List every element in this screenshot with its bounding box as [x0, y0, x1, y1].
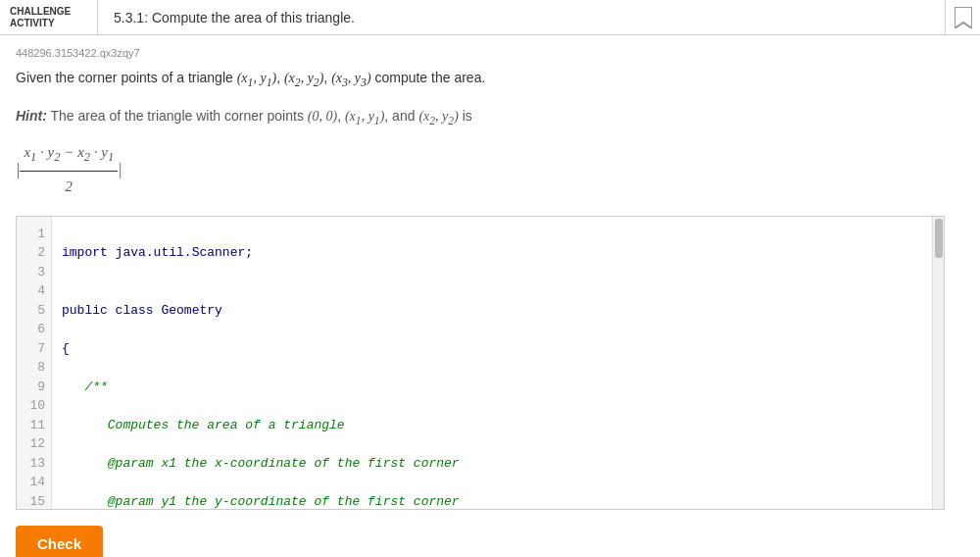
code-editor[interactable]: 1 2 3 4 5 6 7 8 9 10 11 12 13 14 15 16 1…: [17, 217, 944, 510]
problem-statement: Given the corner points of a triangle (x…: [16, 67, 945, 92]
hint-coords-2: (x1, y1): [345, 109, 384, 124]
line-numbers: 1 2 3 4 5 6 7 8 9 10 11 12 13 14 15 16 1…: [17, 217, 52, 510]
comma-2: ,: [323, 70, 331, 85]
fraction: x1 · y2 − x2 · y1 2: [20, 139, 118, 200]
code-line-4: {: [62, 339, 934, 359]
line-num-7: 7: [23, 339, 45, 359]
header: CHALLENGE ACTIVITY 5.3.1: Compute the ar…: [0, 0, 980, 35]
comma-1: ,: [276, 70, 284, 85]
line-num-9: 9: [23, 378, 45, 397]
scrollbar-track[interactable]: [932, 217, 944, 509]
line-num-1: 1: [23, 225, 45, 244]
code-container: 1 2 3 4 5 6 7 8 9 10 11 12 13 14 15 16 1…: [16, 216, 945, 510]
bookmark-button[interactable]: [945, 0, 980, 34]
hint-comma-1: ,: [337, 108, 345, 124]
hint-comma-2: , and: [384, 108, 418, 124]
math-coords-2: (x2, y2): [284, 71, 323, 85]
hint-label: Hint:: [16, 108, 47, 124]
hint-is: is: [463, 108, 472, 124]
hint-section: Hint: The area of the triangle with corn…: [16, 104, 945, 203]
bookmark-icon: [955, 7, 972, 28]
code-line-3: public class Geometry: [62, 301, 934, 321]
code-content[interactable]: import java.util.Scanner; public class G…: [52, 217, 944, 510]
fraction-denominator: 2: [62, 172, 77, 200]
line-num-15: 15: [23, 492, 45, 510]
statement-text-end: compute the area.: [374, 70, 485, 85]
line-num-8: 8: [23, 358, 45, 378]
hint-coords-3: (x2, y2): [418, 109, 458, 124]
formula-abs-close: |: [118, 156, 122, 184]
line-num-12: 12: [23, 434, 45, 454]
line-num-13: 13: [23, 454, 45, 474]
math-coords-3: (x3, y3): [331, 71, 370, 85]
svg-marker-0: [955, 7, 972, 28]
code-line-5: /**: [62, 378, 934, 397]
challenge-activity-label: CHALLENGE ACTIVITY: [0, 0, 98, 34]
statement-text: Given the corner points of a triangle: [16, 70, 237, 85]
code-line-6: Computes the area of a triangle: [62, 416, 934, 435]
formula: | x1 · y2 − x2 · y1 2 |: [16, 135, 122, 204]
code-line-7: @param x1 the x-coordinate of the first …: [62, 454, 934, 474]
line-num-14: 14: [23, 473, 45, 492]
challenge-label-line1: CHALLENGE: [10, 6, 71, 18]
code-line-8: @param y1 the y-coordinate of the first …: [62, 492, 934, 510]
line-num-11: 11: [23, 416, 45, 435]
main-content: 448296.3153422.qx3zqy7 Given the corner …: [0, 35, 960, 557]
math-coords-1: (x1, y1): [237, 71, 276, 85]
line-num-2: 2: [23, 243, 45, 263]
hint-coords-1: (0, 0): [308, 109, 337, 124]
line-num-6: 6: [23, 320, 45, 339]
challenge-label-line2: ACTIVITY: [10, 18, 71, 29]
hint-text: The area of the triangle with corner poi…: [51, 108, 308, 124]
line-num-10: 10: [23, 396, 45, 416]
code-line-1: import java.util.Scanner;: [62, 243, 934, 263]
line-num-4: 4: [23, 281, 45, 301]
line-num-3: 3: [23, 263, 45, 282]
problem-title: 5.3.1: Compute the area of this triangle…: [98, 0, 945, 34]
check-button[interactable]: Check: [16, 526, 103, 557]
fraction-numerator: x1 · y2 − x2 · y1: [20, 139, 118, 172]
line-num-5: 5: [23, 301, 45, 321]
problem-id: 448296.3153422.qx3zqy7: [16, 47, 945, 59]
scrollbar-thumb[interactable]: [935, 219, 943, 258]
